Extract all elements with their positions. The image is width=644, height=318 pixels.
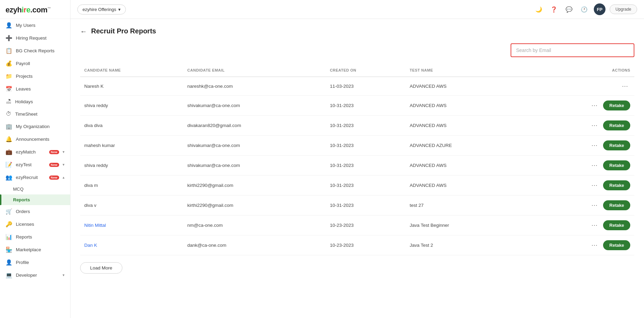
candidate-name-cell: shiva reddy — [80, 96, 183, 116]
sidebar-item-label: Licenses — [16, 222, 65, 227]
test-name-cell: ADVANCED AWS — [405, 96, 522, 116]
upgrade-button[interactable]: Upgrade — [610, 4, 637, 14]
help-button[interactable]: ❓ — [548, 4, 559, 15]
messages-button[interactable]: 💬 — [564, 4, 575, 15]
more-actions-button[interactable]: ··· — [589, 101, 600, 110]
more-actions-button[interactable]: ··· — [620, 82, 630, 91]
more-actions-button[interactable]: ··· — [589, 241, 600, 250]
candidate-email-cell: dank@ca-one.com — [183, 235, 326, 255]
sidebar-item-label: Announcements — [16, 137, 65, 142]
chevron-down-icon: ▾ — [63, 162, 65, 167]
actions-cell: ··· Retake — [522, 116, 634, 135]
sidebar-item-label: Reports — [16, 234, 65, 240]
candidate-email-cell: nm@ca-one.com — [183, 215, 326, 235]
created-on-cell: 10-31-2023 — [326, 96, 405, 116]
sidebar-item-label: My Users — [16, 23, 65, 28]
dark-mode-button[interactable]: 🌙 — [533, 4, 544, 15]
sidebar-item-label: Hiring Request — [16, 35, 65, 41]
sidebar-item-licenses[interactable]: 🔑 Licenses — [0, 218, 70, 231]
offerings-dropdown-button[interactable]: ezyhire Offerings ▾ — [77, 4, 126, 14]
sidebar-item-projects[interactable]: 📁 Projects — [0, 70, 70, 83]
retake-button[interactable]: Retake — [603, 120, 630, 130]
main-content: ezyhire Offerings ▾ 🌙 ❓ 💬 🕐 FP Upgrade ←… — [70, 0, 644, 318]
retake-button[interactable]: Retake — [603, 220, 630, 230]
search-email-input[interactable] — [511, 43, 634, 57]
created-on-cell: 10-31-2023 — [326, 136, 405, 156]
sidebar-item-orders[interactable]: 🛒 Orders — [0, 205, 70, 218]
candidate-email-cell: shivakumar@ca-one.com — [183, 156, 326, 176]
more-actions-button[interactable]: ··· — [589, 201, 600, 210]
timesheet-icon: ⏱ — [6, 111, 12, 117]
retake-button[interactable]: Retake — [603, 100, 630, 110]
candidate-name-cell: Dan K — [80, 235, 183, 255]
hiring-icon: ➕ — [6, 35, 12, 41]
test-name-cell: test 27 — [405, 195, 522, 215]
sidebar-item-profile[interactable]: 👤 Profile — [0, 256, 70, 269]
chevron-down-icon: ▾ — [63, 273, 65, 277]
sidebar-item-ezymatch[interactable]: 💼 ezyMatch New ▾ — [0, 146, 70, 158]
sidebar-item-holidays[interactable]: 🏖 Holidays — [0, 95, 70, 108]
retake-button[interactable]: Retake — [603, 180, 630, 190]
sidebar-item-announcements[interactable]: 🔔 Announcements — [0, 133, 70, 146]
sidebar-item-ezytest[interactable]: 📝 ezyTest New ▾ — [0, 158, 70, 171]
sidebar-item-hiring-request[interactable]: ➕ Hiring Request — [0, 32, 70, 44]
sidebar-item-label: Holidays — [15, 99, 65, 104]
more-actions-button[interactable]: ··· — [589, 221, 600, 230]
retake-button[interactable]: Retake — [603, 240, 630, 250]
sidebar-item-timesheet[interactable]: ⏱ TimeSheet — [0, 108, 70, 120]
actions-cell: ··· Retake — [522, 215, 634, 235]
test-name-cell: ADVANCED AWS — [405, 77, 522, 96]
retake-button[interactable]: Retake — [603, 160, 630, 170]
history-button[interactable]: 🕐 — [579, 4, 590, 15]
sidebar-item-developer[interactable]: 💻 Developer ▾ — [0, 269, 70, 282]
sidebar-item-bg-check[interactable]: 📋 BG Check Reports — [0, 44, 70, 57]
more-actions-button[interactable]: ··· — [589, 121, 600, 130]
sidebar-item-reports[interactable]: 📊 Reports — [0, 231, 70, 243]
actions-cell: ··· Retake — [522, 195, 634, 215]
more-actions-button[interactable]: ··· — [589, 141, 600, 150]
more-actions-button[interactable]: ··· — [589, 181, 600, 190]
load-more-button[interactable]: Load More — [80, 262, 122, 274]
retake-button[interactable]: Retake — [603, 140, 630, 150]
actions-cell: ··· Retake — [522, 156, 634, 175]
sidebar-item-ezyrecruit[interactable]: 👥 ezyRecruit New ▴ — [0, 171, 70, 184]
table-row: Nitin Mittal nm@ca-one.com 10-23-2023 Ja… — [80, 215, 634, 235]
test-name-cell: Java Test Beginner — [405, 215, 522, 235]
test-name-cell: Java Test 2 — [405, 235, 522, 255]
sidebar-sub-item-mcq[interactable]: MCQ — [0, 184, 70, 194]
created-on-cell: 10-31-2023 — [326, 195, 405, 215]
licenses-icon: 🔑 — [6, 221, 12, 227]
sidebar-item-label: Profile — [16, 260, 65, 265]
table-row: Naresh K nareshk@ca-one.com 11-03-2023 A… — [80, 77, 634, 96]
sidebar-item-my-organization[interactable]: 🏢 My Organization — [0, 120, 70, 133]
sidebar-item-marketplace[interactable]: 🏪 Marketplace — [0, 243, 70, 256]
sidebar-item-label: BG Check Reports — [16, 48, 65, 53]
created-on-cell: 10-23-2023 — [326, 215, 405, 235]
ezyrecruit-icon: 👥 — [6, 174, 12, 181]
col-header-candidate-email: CANDIDATE EMAIL — [183, 65, 326, 77]
retake-button[interactable]: Retake — [603, 200, 630, 210]
candidate-name-cell: diva v — [80, 195, 183, 215]
sidebar-sub-item-reports[interactable]: Reports — [0, 194, 70, 205]
new-badge: New — [49, 150, 59, 154]
candidate-email-cell: kirthi2290@gmail.com — [183, 195, 326, 215]
page-header: ← Recruit Pro Reports — [80, 27, 634, 35]
sidebar-item-label: TimeSheet — [15, 112, 65, 117]
candidate-name-cell: diva diva — [80, 116, 183, 136]
announcements-icon: 🔔 — [6, 136, 12, 142]
topbar: ezyhire Offerings ▾ 🌙 ❓ 💬 🕐 FP Upgrade — [70, 0, 644, 19]
search-section — [80, 43, 634, 57]
user-avatar-button[interactable]: FP — [594, 3, 605, 15]
candidate-name-cell: Nitin Mittal — [80, 215, 183, 235]
sidebar: ezyhire.com™ 👤 My Users ➕ Hiring Request… — [0, 0, 70, 318]
more-actions-button[interactable]: ··· — [589, 161, 600, 170]
sidebar-item-leaves[interactable]: 📅 Leaves — [0, 83, 70, 95]
back-button[interactable]: ← — [80, 28, 87, 35]
test-name-cell: ADVANCED AWS — [405, 116, 522, 136]
chevron-up-icon: ▴ — [63, 175, 65, 180]
candidate-name-cell: mahesh kumar — [80, 136, 183, 156]
sidebar-item-label: Marketplace — [16, 247, 65, 252]
sidebar-item-payroll[interactable]: 💰 Payroll — [0, 57, 70, 70]
table-row: diva diva divakaran820@gmail.com 10-31-2… — [80, 116, 634, 136]
sidebar-item-my-users[interactable]: 👤 My Users — [0, 19, 70, 32]
